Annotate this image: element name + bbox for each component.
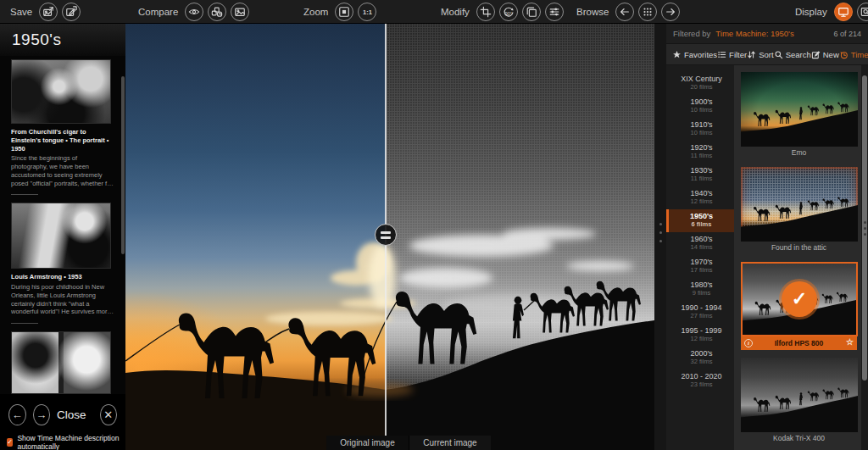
display-loupe-button[interactable] <box>857 3 868 21</box>
browse-next-button[interactable] <box>661 3 680 21</box>
filtered-by-label: Filtered by <box>673 29 710 38</box>
decade-item[interactable]: 2010 - 2020 23 films <box>666 369 734 392</box>
export-image-button[interactable] <box>39 3 58 21</box>
duplicate-button[interactable] <box>522 3 541 21</box>
decade-item[interactable]: XIX Century 20 films <box>666 72 734 95</box>
settings-sliders-button[interactable] <box>545 3 564 21</box>
scrollbar-thumb[interactable] <box>862 75 867 381</box>
compare-states-icon <box>211 6 223 18</box>
decade-item[interactable]: 1990 - 1994 27 films <box>666 301 734 324</box>
filter-list-icon <box>717 50 726 59</box>
browse-previous-button[interactable] <box>615 3 634 21</box>
film-name-text: Kodak Tri-X 400 <box>773 434 825 442</box>
panel-bottom-bar: ← → Close ✕ <box>0 394 125 435</box>
tab-time-machine[interactable]: Time Machine <box>839 50 868 59</box>
arrow-left-icon <box>619 6 631 18</box>
right-panel-resize-grip[interactable] <box>654 24 666 450</box>
sort-arrows-icon <box>747 50 756 59</box>
export-edited-button[interactable] <box>62 3 81 21</box>
tab-label: Filter <box>729 50 747 59</box>
decade-film-count: 6 films <box>669 220 734 228</box>
compare-side-by-side-button[interactable] <box>231 3 249 21</box>
decade-name: 1980's <box>669 281 734 289</box>
decade-item[interactable]: 1900's 10 films <box>666 95 734 118</box>
decade-item[interactable]: 1980's 9 films <box>666 278 734 301</box>
zoom-one-to-one-button[interactable]: 1:1 <box>358 3 376 21</box>
story-title: Louis Armstrong • 1953 <box>11 273 114 281</box>
tab-label: Time Machine <box>851 50 868 59</box>
rotate-button[interactable]: 90° <box>499 3 518 21</box>
film-info-icon[interactable]: i <box>744 339 753 347</box>
film-card[interactable]: i Emo ☆ <box>741 72 857 159</box>
decade-item[interactable]: 1960's 14 films <box>666 232 734 255</box>
decade-item[interactable]: 1920's 11 films <box>666 141 734 164</box>
decade-film-count: 17 films <box>669 266 734 274</box>
tab-search[interactable]: Search <box>774 50 811 59</box>
film-card[interactable]: i Found in the attic ☆ <box>741 167 857 254</box>
display-monitor-button[interactable] <box>834 3 853 21</box>
film-count-label: 6 of 214 <box>833 30 861 38</box>
selected-check-icon: ✓ <box>782 281 817 317</box>
decade-film-count: 14 films <box>669 243 734 251</box>
grid-icon <box>642 6 654 18</box>
film-name-text: Ilford HPS 800 <box>775 339 824 347</box>
crop-button[interactable] <box>476 3 495 21</box>
decade-item[interactable]: 1970's 17 films <box>666 255 734 278</box>
story-item: Louis Armstrong • 1953 During his poor c… <box>11 203 114 324</box>
decade-name: 1940's <box>669 189 734 197</box>
tab-label: Search <box>786 50 811 59</box>
story-photo <box>11 331 111 394</box>
story-previous-button[interactable]: ← <box>8 404 26 425</box>
top-toolbar: Save Compare Zoom 1:1 Modify 90° Browse <box>0 0 868 24</box>
decade-item[interactable]: 1930's 11 films <box>666 164 734 186</box>
story-next-button[interactable]: → <box>33 404 51 425</box>
filmpack-app: Save Compare Zoom 1:1 Modify 90° Browse <box>0 0 868 450</box>
split-divider-handle[interactable] <box>375 224 397 246</box>
display-group: Display <box>795 0 868 24</box>
tab-label: Sort <box>759 50 773 59</box>
story-text: Since the beginnings of photography, we … <box>11 154 114 187</box>
compare-preview-button[interactable] <box>185 3 203 21</box>
close-button[interactable]: ✕ <box>100 404 118 425</box>
film-thumbnail[interactable] <box>741 167 858 242</box>
image-icon <box>234 6 246 18</box>
story-photo <box>11 59 111 124</box>
film-name-label: i Ilford HPS 800 ☆ <box>741 336 857 350</box>
grip-dots-icon <box>659 223 662 242</box>
film-thumbnail[interactable] <box>741 358 858 432</box>
decade-item[interactable]: 1950's 6 films <box>666 209 734 232</box>
left-panel-scrollbar[interactable] <box>121 76 125 254</box>
crop-icon <box>480 6 492 18</box>
decade-film-count: 9 films <box>669 289 734 297</box>
tab-original-image[interactable]: Original image <box>326 436 409 450</box>
decade-item[interactable]: 2000's 32 films <box>666 347 734 369</box>
tab-new[interactable]: New <box>811 50 839 59</box>
film-thumbnail[interactable]: ✓ <box>741 262 858 336</box>
film-thumbnail-scene <box>741 167 858 242</box>
fit-screen-icon <box>338 6 350 18</box>
film-list-scrollbar[interactable] <box>861 65 868 450</box>
tab-filter[interactable]: Filter <box>717 50 747 59</box>
tab-current-image[interactable]: Current image <box>409 436 491 450</box>
decade-name: 1930's <box>669 166 734 175</box>
compare-label: Compare <box>138 7 178 17</box>
decade-item[interactable]: 1910's 10 films <box>666 118 734 141</box>
tab-sort[interactable]: Sort <box>747 50 773 59</box>
compare-states-button[interactable] <box>208 3 226 21</box>
tab-favorites[interactable]: Favorites <box>672 50 717 59</box>
decade-item[interactable]: 1995 - 1999 12 films <box>666 324 734 347</box>
film-card[interactable]: ✓ i Ilford HPS 800 ☆ <box>741 262 857 350</box>
active-filter-value[interactable]: Time Machine: 1950's <box>715 29 793 38</box>
browse-grid-button[interactable] <box>638 3 657 21</box>
decade-item[interactable]: 1940's 12 films <box>666 186 734 209</box>
film-name-label: i Kodak Tri-X 400 ☆ <box>741 434 857 445</box>
zoom-fit-button[interactable] <box>335 3 353 21</box>
tab-label: New <box>823 50 839 59</box>
film-card[interactable]: i Kodak Tri-X 400 ☆ <box>741 358 857 445</box>
new-preset-icon <box>811 50 821 59</box>
film-favorite-star-icon[interactable]: ☆ <box>846 337 854 347</box>
film-thumbnail[interactable] <box>741 72 858 147</box>
decade-name: 1995 - 1999 <box>669 326 734 335</box>
decade-film-count: 27 films <box>669 312 734 319</box>
auto-description-checkbox[interactable]: ✓ <box>7 438 13 447</box>
